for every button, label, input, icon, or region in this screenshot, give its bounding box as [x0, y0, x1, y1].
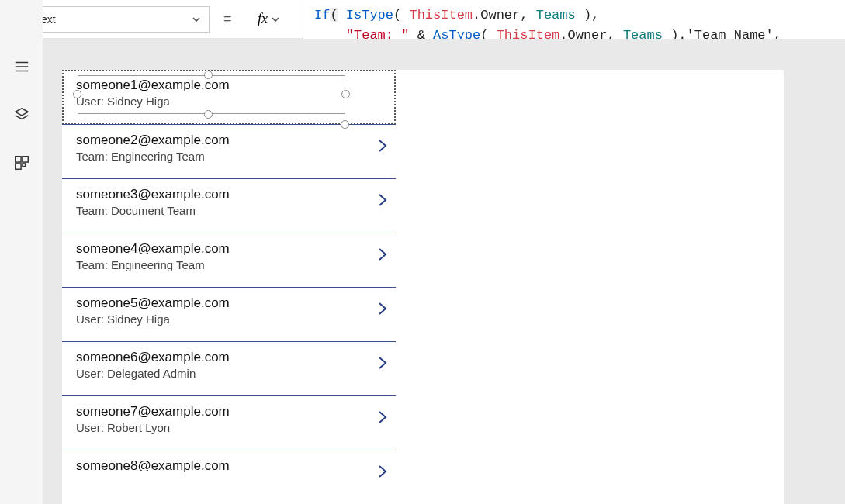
layers-icon[interactable]: [13, 106, 30, 123]
list-item-subtitle: Team: Engineering Team: [76, 150, 230, 163]
list-item-subtitle: Team: Document Team: [76, 204, 230, 217]
svg-rect-14: [15, 164, 20, 169]
formula-token: [338, 8, 346, 22]
list-item-text: someone8@example.com: [76, 458, 230, 475]
chevron-right-icon[interactable]: [376, 193, 390, 210]
fx-label: fx: [258, 11, 268, 27]
formula-token: Teams: [536, 8, 576, 22]
svg-rect-13: [22, 157, 27, 162]
list-item-subtitle: User: Robert Lyon: [76, 421, 230, 434]
insert-icon[interactable]: [13, 154, 30, 171]
canvas[interactable]: someone1@example.comUser: Sidney Higasom…: [43, 39, 845, 504]
svg-marker-11: [15, 109, 28, 116]
list-item[interactable]: someone2@example.comTeam: Engineering Te…: [62, 124, 396, 178]
list-item-text: someone1@example.comUser: Sidney Higa: [76, 78, 230, 108]
list-item-subtitle: User: Delegated Admin: [76, 367, 230, 380]
formula-token: ),: [576, 8, 600, 22]
list-item-subtitle: User: Sidney Higa: [76, 312, 230, 326]
formula-token: (: [330, 8, 338, 22]
list-item-subtitle: User: Sidney Higa: [76, 95, 230, 108]
chevron-down-icon: [271, 15, 280, 24]
list-item-text: someone4@example.comTeam: Engineering Te…: [76, 241, 230, 271]
list-item-title: someone5@example.com: [76, 295, 230, 311]
gallery[interactable]: someone1@example.comUser: Sidney Higasom…: [62, 70, 396, 504]
list-item[interactable]: someone3@example.comTeam: Document Team: [62, 178, 396, 233]
list-item[interactable]: someone5@example.comUser: Sidney Higa: [62, 287, 396, 341]
list-item-text: someone2@example.comTeam: Engineering Te…: [76, 133, 230, 163]
chevron-right-icon[interactable]: [376, 139, 390, 156]
list-item-title: someone6@example.com: [76, 350, 230, 365]
formula-token: (: [393, 8, 409, 22]
resize-handle[interactable]: [73, 90, 81, 98]
list-item-title: someone4@example.com: [76, 241, 230, 257]
formula-token: IsType: [346, 8, 393, 22]
left-rail: [0, 0, 43, 504]
list-item-subtitle: Team: Engineering Team: [76, 258, 230, 271]
resize-handle[interactable]: [341, 90, 350, 98]
list-item-title: someone8@example.com: [76, 458, 230, 474]
chevron-right-icon[interactable]: [376, 302, 390, 319]
list-item-title: someone7@example.com: [76, 404, 230, 419]
resize-handle[interactable]: [204, 71, 213, 79]
chevron-right-icon[interactable]: [376, 247, 390, 264]
app-screen: someone1@example.comUser: Sidney Higasom…: [62, 70, 784, 504]
fx-button[interactable]: fx: [246, 6, 293, 33]
chevron-down-icon: [192, 15, 201, 24]
list-item[interactable]: someone7@example.comUser: Robert Lyon: [62, 395, 396, 450]
list-item-text: someone3@example.comTeam: Document Team: [76, 187, 230, 217]
chevron-right-icon[interactable]: [376, 410, 390, 427]
list-item-text: someone7@example.comUser: Robert Lyon: [76, 404, 230, 434]
resize-handle[interactable]: [341, 120, 349, 129]
formula-token: .Owner,: [473, 8, 536, 22]
chevron-right-icon[interactable]: [376, 356, 390, 373]
list-item-text: someone5@example.comUser: Sidney Higa: [76, 295, 230, 326]
list-item[interactable]: someone4@example.comTeam: Engineering Te…: [62, 233, 396, 287]
svg-rect-12: [15, 157, 20, 162]
list-item[interactable]: someone8@example.com: [62, 450, 396, 504]
chevron-right-icon[interactable]: [376, 464, 390, 482]
resize-handle[interactable]: [204, 110, 213, 119]
list-item[interactable]: someone6@example.comUser: Delegated Admi…: [62, 341, 396, 395]
hamburger-icon[interactable]: [13, 58, 30, 75]
property-selector[interactable]: Text: [27, 6, 210, 33]
list-item-title: someone2@example.com: [76, 133, 230, 148]
list-item-title: someone3@example.com: [76, 187, 230, 202]
svg-rect-15: [22, 164, 25, 167]
formula-token: If: [314, 8, 330, 22]
equals-sign: =: [220, 11, 235, 27]
list-item-text: someone6@example.comUser: Delegated Admi…: [76, 350, 230, 380]
formula-token: ThisItem: [409, 8, 473, 22]
list-item-title: someone1@example.com: [76, 78, 230, 93]
